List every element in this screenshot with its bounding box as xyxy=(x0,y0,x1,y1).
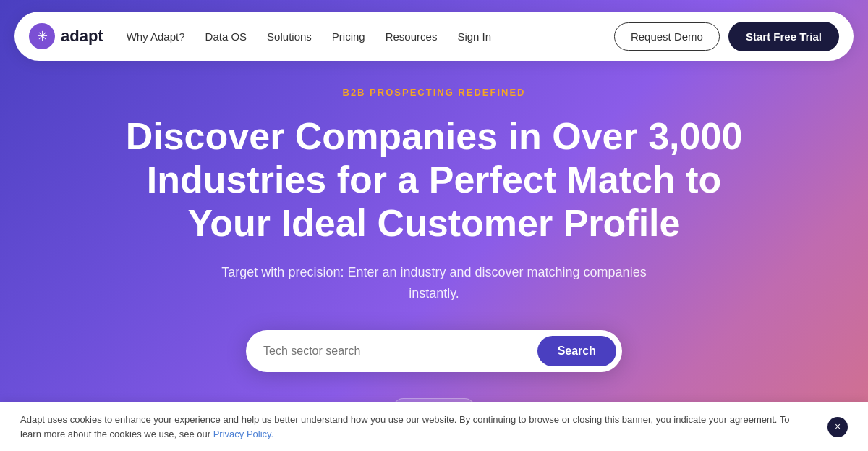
nav-actions: Request Demo Start Free Trial xyxy=(614,22,839,51)
cookie-message: Adapt uses cookies to enhance your exper… xyxy=(20,414,790,439)
nav-link-resources[interactable]: Resources xyxy=(386,30,438,43)
start-trial-button[interactable]: Start Free Trial xyxy=(728,22,839,51)
logo-link[interactable]: ✳ adapt xyxy=(29,23,103,49)
nav-link-why-adapt[interactable]: Why Adapt? xyxy=(127,30,185,43)
privacy-policy-link[interactable]: Privacy Policy. xyxy=(213,429,274,439)
cookie-banner: Adapt uses cookies to enhance your exper… xyxy=(0,402,868,451)
navbar: ✳ adapt Why Adapt?Data OSSolutionsPricin… xyxy=(14,12,854,61)
request-demo-button[interactable]: Request Demo xyxy=(614,22,720,51)
logo-icon: ✳ xyxy=(29,23,55,49)
search-button[interactable]: Search xyxy=(537,336,616,366)
nav-link-pricing[interactable]: Pricing xyxy=(332,30,365,43)
search-input[interactable] xyxy=(263,345,537,358)
nav-link-solutions[interactable]: Solutions xyxy=(267,30,312,43)
logo-text: adapt xyxy=(61,27,103,46)
hero-subtitle: Target with precision: Enter an industry… xyxy=(203,262,665,304)
hero-section: B2B PROSPECTING REDEFINED Discover Compa… xyxy=(0,0,868,451)
search-container: Search xyxy=(246,330,622,372)
nav-link-data-os[interactable]: Data OS xyxy=(205,30,247,43)
hero-title: Discover Companies in Over 3,000 Industr… xyxy=(109,115,760,245)
nav-link-sign-in[interactable]: Sign In xyxy=(457,30,491,43)
cookie-text: Adapt uses cookies to enhance your exper… xyxy=(20,413,827,441)
eyebrow-text: B2B PROSPECTING REDEFINED xyxy=(343,87,526,98)
nav-links: Why Adapt?Data OSSolutionsPricingResourc… xyxy=(127,30,614,43)
cookie-close-button[interactable]: × xyxy=(827,417,848,437)
